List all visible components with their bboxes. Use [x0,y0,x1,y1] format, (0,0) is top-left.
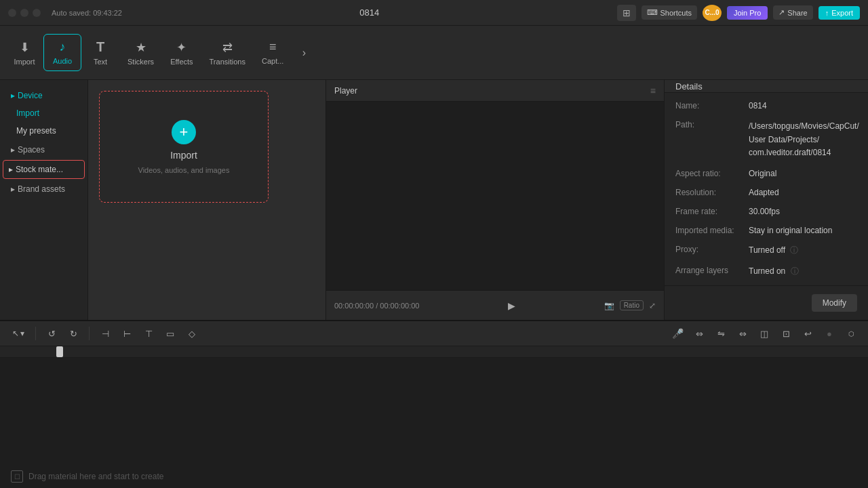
audio-tab-label: Audio [53,57,72,65]
grid-view-button[interactable]: ⊞ [617,5,636,21]
play-button[interactable]: ▶ [502,296,521,315]
right-panel: Details Name: 0814 Path: /Users/topgus/M… [665,80,868,320]
ratio-badge[interactable]: Ratio [620,300,644,310]
stickers-tab-label: Stickers [127,58,154,66]
chevron-right-icon: ▸ [11,91,15,100]
proxy-info-icon[interactable]: ⓘ [790,245,798,255]
tab-stickers[interactable]: ★ Stickers [119,35,162,71]
history-button[interactable]: ↩ [799,325,816,342]
detail-proxy-value: Turned off ⓘ [749,245,857,256]
export-button[interactable]: ↑ Export [818,6,860,20]
transitions-tab-icon: ⇄ [222,40,233,55]
brand-assets-header[interactable]: ▸ Brand assets [0,180,87,198]
settings-button[interactable]: ⬡ [842,325,860,342]
device-section: ▸ Device Import My presets [0,85,87,141]
share-icon: ↗ [778,8,785,17]
drag-hint: ☐ Drag material here and start to create [11,470,163,483]
split-left-button[interactable]: ⊣ [96,325,114,342]
magnet-button[interactable]: ⇋ [712,325,730,342]
stickers-tab-icon: ★ [136,40,146,55]
keyframe-button[interactable]: ◇ [183,325,201,342]
close-button[interactable] [8,9,16,17]
text-tab-label: Text [94,58,107,66]
detail-imported-media-value: Stay in original location [749,226,857,235]
player-menu-icon[interactable]: ≡ [650,85,656,96]
player-right-controls: 📷 Ratio ⤢ [604,300,656,310]
tab-captions[interactable]: ≡ Capt... [254,35,292,70]
export-icon: ↑ [825,9,829,17]
chevron-right-brand-icon: ▸ [11,184,15,194]
arrange-layers-info-icon[interactable]: ⓘ [791,266,799,276]
crop-button[interactable]: ▭ [161,325,179,342]
detail-name-value: 0814 [749,101,857,110]
text-tab-icon: T [96,39,104,55]
split-center-button[interactable]: ⊤ [140,325,157,342]
timeline-empty-hint: ☐ Drag material here and start to create [0,369,868,488]
detail-aspect-value: Original [749,169,857,178]
details-header: Details [665,80,868,93]
shortcuts-button[interactable]: ⌨ Shortcuts [642,5,697,20]
keyboard-icon: ⌨ [647,8,658,17]
import-drop-zone[interactable]: + Import Videos, audios, and images [99,91,269,203]
drag-hint-icon: ☐ [11,470,23,483]
tab-effects[interactable]: ✦ Effects [162,35,201,71]
timeline-content [0,358,868,369]
detail-aspect-label: Aspect ratio: [675,169,743,178]
share-button[interactable]: ↗ Share [773,5,812,20]
import-tab-icon: ⬇ [20,40,30,55]
tab-audio[interactable]: ♪ Audio [43,34,81,71]
detail-path-label: Path: [675,120,743,159]
nav-import[interactable]: Import [5,104,82,122]
transitions-tab-label: Transitions [210,58,245,66]
project-name: 0814 [127,7,612,18]
avatar[interactable]: C...0 [703,5,722,21]
fullscreen-icon[interactable]: ⤢ [649,301,656,310]
minimize-button[interactable] [20,9,28,17]
join-pro-button[interactable]: Join Pro [727,6,768,20]
import-zone-label: Import [170,150,197,161]
detail-path: Path: /Users/topgus/Movies/CapCut/User D… [675,120,857,159]
cursor-icon: ↖ [12,329,19,338]
player-viewport [326,102,664,290]
cursor-tool-button[interactable]: ↖ ▾ [8,326,28,341]
bottom-toolbar: ↖ ▾ ↺ ↻ ⊣ ⊢ ⊤ ▭ ◇ 🎤 ⇔ ⇋ ⇔ ◫ ⊡ ↩ ● ⬡ [0,321,868,346]
toolbar-separator-1 [35,327,36,340]
import-tab-label: Import [14,58,35,66]
transform-button[interactable]: ⊡ [777,325,795,342]
crop-tool-button[interactable]: ◫ [755,325,773,342]
color-button[interactable]: ● [821,325,838,342]
maximize-button[interactable] [33,9,41,17]
nav-presets[interactable]: My presets [5,122,82,140]
tab-text[interactable]: T Text [81,34,119,71]
detail-resolution: Resolution: Adapted [675,188,857,197]
undo-button[interactable]: ↺ [43,325,60,342]
camera-icon[interactable]: 📷 [604,301,614,310]
device-section-header[interactable]: ▸ Device [5,87,82,104]
detail-resolution-value: Adapted [749,188,857,197]
detail-imported-media-label: Imported media: [675,226,743,235]
details-footer: Modify [665,285,868,320]
detail-arrange-layers-label: Arrange layers [675,266,743,277]
titlebar: Auto saved: 09:43:22 0814 ⊞ ⌨ Shortcuts … [0,0,868,26]
mic-button[interactable]: 🎤 [669,325,686,342]
tab-transitions[interactable]: ⇄ Transitions [201,35,254,71]
more-tabs-button[interactable]: › [294,43,313,62]
detail-arrange-layers-value: Turned on ⓘ [749,266,857,277]
link-clips-button[interactable]: ⇔ [690,325,708,342]
titlebar-right: ⊞ ⌨ Shortcuts C...0 Join Pro ↗ Share ↑ E… [617,5,860,21]
stock-materials-item[interactable]: ▸ Stock mate... [3,160,85,179]
detail-framerate-value: 30.00fps [749,207,857,216]
playhead-handle[interactable] [56,346,63,357]
tab-import[interactable]: ⬇ Import [5,35,43,71]
cursor-chevron-icon: ▾ [20,329,24,338]
detail-path-value: /Users/topgus/Movies/CapCut/User Data/Pr… [749,120,859,159]
detail-framerate: Frame rate: 30.00fps [675,207,857,216]
import-plus-icon: + [172,120,196,144]
detail-proxy-label: Proxy: [675,245,743,256]
redo-button[interactable]: ↻ [64,325,82,342]
app-wrapper: Auto saved: 09:43:22 0814 ⊞ ⌨ Shortcuts … [0,0,868,488]
split-right-button[interactable]: ⊢ [118,325,136,342]
split-audio-button[interactable]: ⇔ [734,325,751,342]
modify-button[interactable]: Modify [812,294,857,312]
spaces-section-header[interactable]: ▸ Spaces [0,141,87,159]
